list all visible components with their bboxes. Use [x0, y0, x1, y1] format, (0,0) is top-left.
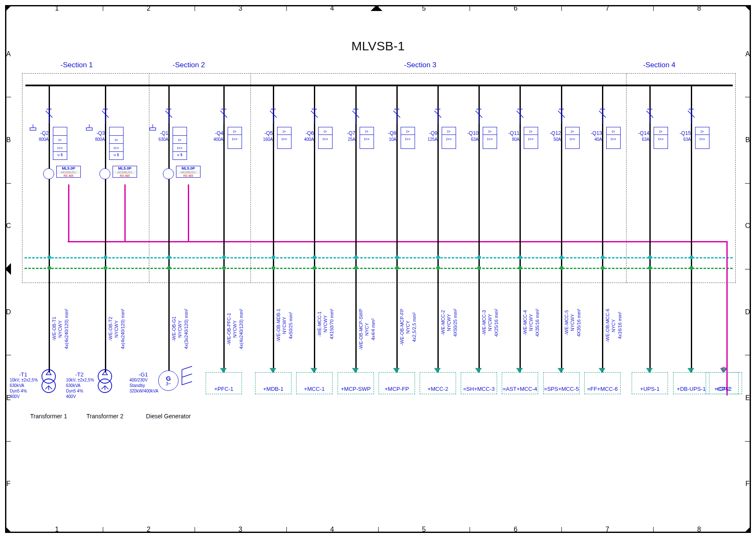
cable-label: -WE-OB-MCP-FPNYCY4x2,5/2,5 mm²: [399, 309, 417, 346]
pe-bus: [25, 257, 733, 258]
breaker-rating: 50A: [543, 137, 561, 142]
load-box: =FF+MCC-6: [584, 372, 621, 394]
load-box: +DB-UPS-1: [673, 372, 709, 394]
breaker-tag: -Q6: [296, 130, 314, 136]
load-box: +PFC-1: [206, 372, 242, 394]
breaker-tag: -Q12: [543, 130, 561, 136]
breaker-box: I>I>>: [483, 127, 497, 149]
breaker-rating: 160A: [255, 137, 273, 142]
n-node: [272, 266, 275, 270]
n-node: [436, 266, 440, 270]
feeder-line: [478, 85, 480, 372]
grid-col-top: 4: [328, 5, 336, 11]
cable-label: -WE-MCC-5NYCWY4X35/16 mm²: [564, 309, 582, 337]
breaker-rating: 40A: [584, 137, 602, 142]
breaker-tag: -Q3: [87, 130, 105, 136]
section-label: -Section 2: [173, 61, 205, 69]
breaker-rating: 63A: [461, 137, 478, 142]
breaker-tag: -Q1: [151, 130, 168, 136]
grid-row-right: F: [745, 480, 751, 488]
pe-node: [313, 255, 316, 259]
breaker-rating: 400A: [206, 137, 223, 142]
cable-label: -WE-MCC-3NYCWY4X25/16 mm²: [481, 309, 499, 337]
disconnect-icon: [351, 108, 360, 124]
grid-col-bottom: 5: [420, 527, 428, 533]
load-box: +MCC-1: [296, 372, 333, 394]
breaker-box: I>I>>: [318, 127, 333, 149]
cable-label: -WE-MCC-2NYCWY4X50/25 mm²: [440, 309, 458, 337]
pe-node: [690, 255, 693, 259]
page-title: MLVSB-1: [0, 39, 756, 53]
breaker-rating: 125A: [420, 137, 437, 142]
breaker-rating: 80A: [502, 137, 520, 142]
grid-col-bottom: 1: [52, 527, 61, 533]
grid-col-top: 5: [420, 5, 428, 11]
feeder-line: [649, 85, 651, 372]
cable-label: -WE-OB-MDB-1NYCWY4x50/25 mm²: [275, 309, 294, 342]
disconnect-icon: [219, 108, 228, 124]
breaker-box: I>I>>: [654, 127, 668, 149]
source-spec: 10kV, ±2x2,5%630kVADyn5 4%400V: [10, 377, 38, 399]
disconnect-icon: [269, 108, 278, 124]
pe-node: [104, 255, 107, 259]
grid-col-top: 2: [144, 5, 153, 11]
energy-meter: ML5.0P -MODBUS1: RS 485: [113, 166, 137, 178]
n-node: [313, 266, 316, 270]
cable-label: -WE-OB-MCC-6NYCY4x16/16 mm²: [605, 309, 623, 342]
breaker-tag: -Q5: [255, 130, 273, 136]
n-node: [395, 266, 399, 270]
grid-col-bottom: 3: [236, 527, 245, 533]
source-tag: -T2: [75, 371, 84, 378]
n-node: [518, 266, 522, 270]
load-box: =SPS+MCC-5: [543, 372, 580, 394]
grid-row-right: B: [745, 136, 751, 144]
feeder-line: [723, 268, 725, 372]
modbus-trunk: [68, 241, 728, 242]
transformer-icon: [95, 368, 115, 398]
feeder-line: [437, 85, 439, 372]
feeder-line: [602, 85, 603, 372]
breaker-box: I>I>>: [606, 127, 621, 149]
main-busbar: [25, 85, 733, 86]
grid-col-bottom: 6: [511, 527, 520, 533]
energy-meter: ML5.0P -MODBUS1: RS 485: [176, 166, 201, 178]
load-box: =SH+MCC-3: [461, 372, 497, 394]
load-box: +MCP-FP: [379, 372, 415, 394]
pe-node: [477, 255, 481, 259]
feeder-line: [396, 85, 398, 372]
pe-node: [354, 255, 358, 259]
pe-node: [47, 255, 51, 259]
panel-enclosure: [22, 73, 736, 283]
grid-col-bottom: 8: [695, 527, 704, 533]
breaker-box: I>I>>u $: [173, 127, 187, 160]
grid-row-right: A: [745, 50, 751, 58]
breaker-tag: -Q13: [584, 130, 602, 136]
breaker-box: I>I>>: [565, 127, 580, 149]
grid-col-top: 8: [695, 5, 704, 11]
cable-label: -WE-MCC-4NYCWY4X35/16 mm²: [522, 309, 540, 337]
n-node: [167, 266, 171, 270]
grid-row-left: A: [5, 50, 11, 58]
disconnect-icon: [44, 108, 54, 124]
source-spec: 400/230VStandby320kW/400kVA: [129, 377, 158, 394]
section-label: -Section 1: [60, 61, 93, 69]
ct-icon: [99, 168, 110, 179]
disconnect-icon: [101, 108, 110, 124]
grid-col-bottom: 7: [603, 527, 612, 533]
n-node: [104, 266, 107, 270]
pe-node: [648, 255, 652, 259]
section-label: -Section 4: [643, 61, 676, 69]
energy-meter: ML5.0P -MODBUS1: RS 485: [56, 166, 81, 178]
breaker-rating: 63A: [632, 137, 649, 142]
disconnect-icon: [433, 108, 443, 124]
pe-node: [601, 255, 605, 259]
load-box: +UPS-1: [632, 372, 668, 394]
grid-row-right: E: [745, 394, 751, 402]
feeder-line: [273, 85, 274, 372]
grid-col-top: 7: [603, 5, 612, 11]
grid-row-left: D: [5, 308, 11, 316]
load-box: =AST+MCC-4: [502, 372, 538, 394]
cable-label: -WE-OB-T1NYCWY4x(4x240/120) mm²: [51, 309, 69, 349]
feeder-line: [314, 85, 315, 372]
modbus-stub: [124, 184, 126, 241]
